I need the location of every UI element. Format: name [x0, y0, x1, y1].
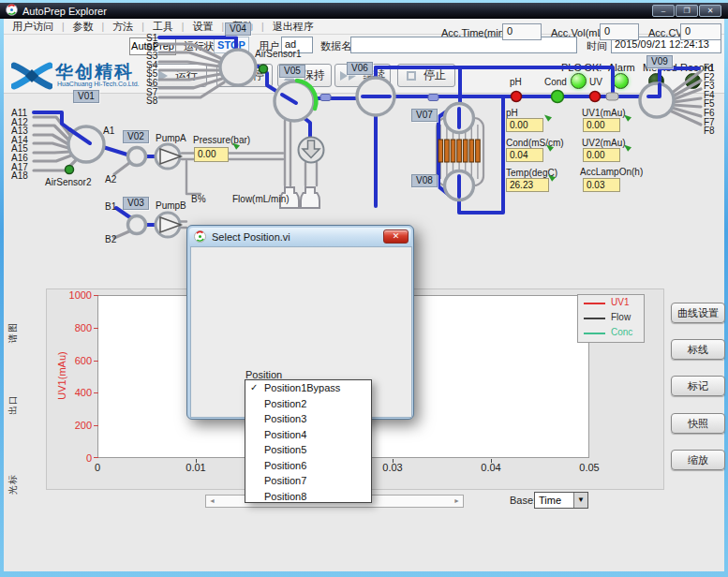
side-tab-cursor[interactable]: 光标: [7, 468, 20, 500]
valve-tag-v03[interactable]: V03: [123, 197, 149, 210]
valve-v02[interactable]: [128, 148, 146, 166]
acclampon-label: AccLampOn(h): [580, 167, 643, 177]
chevron-down-icon[interactable]: ▼: [573, 493, 587, 508]
valve-v09[interactable]: [640, 83, 674, 117]
scroll-right-icon[interactable]: ►: [451, 496, 463, 507]
dropdown-option-6[interactable]: Position6: [245, 458, 371, 474]
dropdown-option-label: Position5: [264, 444, 306, 455]
valve-tag-v02[interactable]: V02: [123, 130, 149, 143]
x-tick: 0.05: [571, 462, 608, 473]
base-select[interactable]: Time ▼: [534, 492, 588, 509]
x-tick: 0.01: [177, 462, 215, 473]
snapshot-button[interactable]: 快照: [671, 413, 725, 434]
tube-connector: [606, 93, 618, 100]
legend-label-flow[interactable]: Flow: [611, 312, 631, 322]
acc-cv-label: Acc.CV: [648, 27, 683, 38]
port-label: F8: [704, 126, 715, 136]
acc-vol-label: Acc.Vol(mL): [551, 27, 606, 38]
minimize-button[interactable]: –: [652, 5, 675, 17]
acc-time-value: 0: [502, 23, 542, 40]
dropdown-option-5[interactable]: Position5: [245, 442, 371, 458]
ph-sensor-dot: [512, 92, 522, 102]
dropdown-option-label: Position3: [264, 413, 306, 424]
zoom-button[interactable]: 缩放: [671, 450, 725, 470]
legend-label-uv1[interactable]: UV1: [611, 297, 629, 307]
dialog-close-button[interactable]: ✕: [383, 229, 409, 244]
legend-line-uv1: [584, 303, 605, 304]
valve-v04[interactable]: [220, 50, 256, 85]
tube-connector: [320, 95, 331, 101]
curve-settings-button[interactable]: 曲线设置: [671, 303, 725, 323]
pressure-label: Pressure(bar): [193, 135, 250, 145]
stream-label-a1: A1: [103, 126, 114, 136]
uv1-readout-value: 0.00: [583, 118, 620, 132]
stream-label-b2: B2: [105, 234, 116, 244]
cond-dot-label: Cond: [544, 77, 567, 87]
cond-readout-label: Cond(mS/cm): [506, 138, 564, 148]
ph-dot-label: pH: [510, 77, 522, 87]
dialog-title-bar[interactable]: Select Position.vi: [189, 228, 411, 246]
dropdown-option-7[interactable]: Position7: [245, 473, 371, 489]
dropdown-option-label: Position6: [264, 460, 306, 471]
pump-b-label: PumpB: [156, 200, 186, 211]
app-window: AutoPrep Explorer – ❐ ✕ 用户访问 | 参数 | 方法 |…: [0, 0, 728, 577]
mark-button[interactable]: 标记: [671, 376, 725, 396]
dropdown-option-3[interactable]: Position3: [245, 411, 371, 427]
dropdown-option-4[interactable]: Position4: [245, 427, 371, 443]
uv2-readout-value: 0.00: [583, 148, 620, 162]
side-tab-spectrum[interactable]: 谱图: [7, 317, 20, 348]
ph-readout-label: pH: [506, 108, 518, 118]
b-percent-label: B%: [191, 194, 206, 204]
side-tab-outlet[interactable]: 出口: [7, 389, 20, 421]
valve-tag-v06[interactable]: V06: [347, 62, 373, 75]
scroll-left-icon[interactable]: ◄: [206, 496, 218, 507]
base-select-value: Time: [539, 495, 561, 506]
dropdown-option-2[interactable]: Position2: [245, 396, 371, 412]
legend-line-flow: [584, 318, 605, 319]
valve-v03[interactable]: [128, 216, 146, 234]
legend-label-conc[interactable]: Conc: [611, 327, 632, 337]
legend-line-conc: [584, 333, 605, 334]
ph-readout-value: 0.00: [506, 118, 543, 132]
maximize-button[interactable]: ❐: [676, 5, 698, 17]
flow-label: Flow(mL/min): [232, 194, 290, 204]
vi-icon: [194, 230, 206, 244]
stream-label-b1: B1: [105, 201, 116, 212]
column-bars: [438, 140, 480, 162]
close-button[interactable]: ✕: [699, 5, 721, 17]
temp-readout-value: 26.23: [506, 178, 549, 192]
stream-label-a2: A2: [105, 174, 116, 185]
x-tick: 0: [79, 462, 116, 473]
pump-b[interactable]: [156, 213, 181, 237]
uv-sensor-dot: [590, 92, 601, 102]
valve-tag-v09[interactable]: V09: [646, 55, 673, 68]
valve-tag-v01[interactable]: V01: [73, 90, 99, 103]
marker-line-button[interactable]: 标线: [671, 339, 725, 360]
cond-sensor-dot: [552, 91, 564, 103]
injection-port[interactable]: [299, 138, 324, 163]
dropdown-option-8[interactable]: Position8: [245, 489, 371, 505]
valve-tag-v07[interactable]: V07: [411, 109, 438, 122]
dropdown-option-1[interactable]: ✓ Position1Bypass: [245, 380, 371, 396]
y-tick: 1000: [62, 289, 92, 301]
air-sensor-1-led: [260, 65, 268, 73]
uv1-readout-label: UV1(mAu): [582, 108, 626, 118]
chart-legend: UV1 Flow Conc: [577, 294, 645, 343]
valve-tag-v04[interactable]: V04: [225, 22, 251, 36]
acc-time-label: Acc.Time(min): [441, 27, 507, 38]
dialog-title: Select Position.vi: [212, 231, 290, 243]
acclampon-value: 0.03: [583, 178, 620, 192]
title-bar: AutoPrep Explorer – ❐ ✕: [0, 3, 728, 19]
pump-a-label: PumpA: [156, 133, 186, 143]
uv-dot-label: UV: [589, 77, 602, 87]
dropdown-option-label: Position8: [264, 491, 306, 502]
valve-tag-v08[interactable]: V08: [411, 174, 438, 187]
acc-vol-value: 0: [600, 23, 639, 40]
dropdown-option-label: Position1Bypass: [264, 382, 340, 393]
window-title: AutoPrep Explorer: [22, 6, 107, 17]
pump-a[interactable]: [156, 144, 181, 169]
uv2-readout-label: UV2(mAu): [582, 138, 626, 148]
dropdown-option-label: Position4: [264, 429, 306, 440]
checkmark-icon: ✓: [250, 380, 258, 396]
valve-tag-v05[interactable]: V05: [279, 65, 305, 78]
